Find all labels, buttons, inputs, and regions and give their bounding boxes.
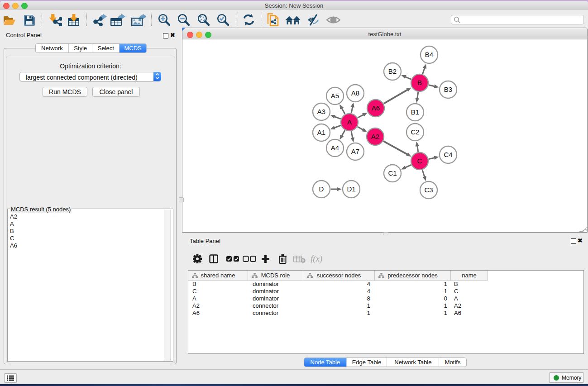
svg-text:A8: A8 bbox=[351, 89, 359, 97]
svg-text:A4: A4 bbox=[331, 144, 339, 152]
svg-text:A7: A7 bbox=[351, 148, 359, 155]
svg-text:C3: C3 bbox=[424, 186, 433, 194]
svg-text:A5: A5 bbox=[331, 92, 339, 100]
svg-text:C: C bbox=[417, 157, 422, 165]
svg-text:C1: C1 bbox=[388, 169, 397, 177]
svg-text:D: D bbox=[319, 185, 324, 193]
svg-text:B3: B3 bbox=[444, 86, 452, 93]
svg-text:A1: A1 bbox=[317, 129, 325, 136]
svg-text:A3: A3 bbox=[317, 108, 325, 115]
svg-text:B1: B1 bbox=[411, 108, 419, 116]
svg-text:B: B bbox=[417, 79, 422, 86]
svg-text:B4: B4 bbox=[425, 51, 433, 58]
svg-text:A6: A6 bbox=[372, 104, 380, 112]
svg-text:D1: D1 bbox=[347, 185, 355, 193]
svg-text:B2: B2 bbox=[388, 67, 397, 75]
svg-text:C4: C4 bbox=[444, 151, 452, 158]
svg-text:A2: A2 bbox=[371, 133, 379, 140]
svg-text:A: A bbox=[347, 118, 352, 126]
svg-text:C2: C2 bbox=[411, 128, 419, 136]
